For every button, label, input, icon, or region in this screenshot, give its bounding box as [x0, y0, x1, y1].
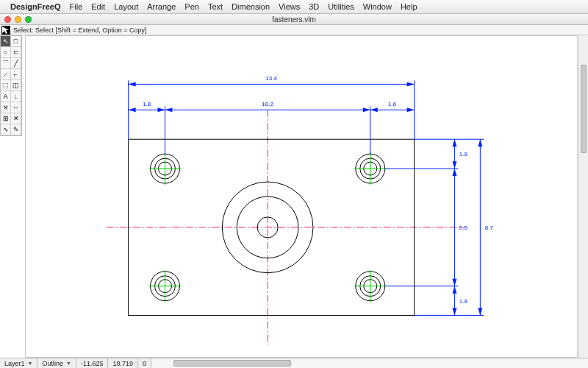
menu-pen[interactable]: Pen	[184, 2, 199, 11]
menu-file[interactable]: File	[69, 2, 82, 11]
window-titlebar[interactable]: fasteners.vlm	[0, 13, 588, 25]
cursor-icon	[1, 26, 10, 35]
tool-spline[interactable]: ∿	[1, 124, 11, 135]
tool-offset[interactable]: ⬚	[1, 80, 11, 91]
tool-move[interactable]: ⤧	[1, 102, 11, 113]
drawing-canvas[interactable]: 13.4 1.8 10.2 1.6 8.7 5.5 1.8 1.8	[25, 35, 578, 358]
tool-perp[interactable]: ⟂	[11, 91, 21, 102]
menu-window[interactable]: Window	[363, 2, 392, 11]
vscroll-thumb[interactable]	[581, 65, 587, 153]
hole-tr	[354, 152, 387, 185]
tool-hint-bar: Select: Select [Shift = Extend, Option =…	[0, 25, 588, 35]
tool-pencil[interactable]: ✎	[11, 124, 21, 135]
coord-x: -11.625	[76, 358, 109, 368]
menu-arrange[interactable]: Arrange	[147, 2, 176, 11]
menu-3d[interactable]: 3D	[309, 2, 319, 11]
dim-top-left: 1.8	[143, 101, 151, 107]
dim-top-right: 1.6	[388, 101, 397, 107]
menu-app[interactable]: DesignFreeQ	[10, 2, 60, 11]
menu-layout[interactable]: Layout	[114, 2, 138, 11]
layer-dropdown[interactable]: Layer1	[0, 358, 37, 368]
tool-rect[interactable]: □	[11, 36, 21, 47]
tool-mirror[interactable]: ↔	[11, 102, 21, 113]
tool-curve[interactable]: ⌒	[1, 58, 11, 69]
document-title: fasteners.vlm	[0, 15, 588, 24]
menu-views[interactable]: Views	[279, 2, 300, 11]
hscroll-thumb[interactable]	[173, 360, 291, 367]
menu-utilities[interactable]: Utilities	[328, 2, 354, 11]
tool-grid[interactable]: ⊞	[1, 113, 11, 124]
workspace: ↖ □ ○ ⊂ ⌒ ╱ ⟋ ⌐ ⬚ ◫ A ⟂ ⤧ ↔ ⊞ ✕ ∿ ✎	[0, 35, 588, 358]
menu-text[interactable]: Text	[208, 2, 223, 11]
menubar: DesignFreeQ File Edit Layout Arrange Pen…	[0, 0, 588, 13]
horizontal-scrollbar[interactable]	[151, 358, 588, 368]
dim-right-gap-bot: 1.8	[459, 298, 468, 305]
coord-extra: 0	[138, 358, 151, 368]
tool-pattern[interactable]: ◫	[11, 80, 21, 91]
style-dropdown[interactable]: Outline	[37, 358, 76, 368]
dim-right-total: 8.7	[485, 224, 494, 231]
menu-edit[interactable]: Edit	[91, 2, 105, 11]
coord-y: 10.719	[108, 358, 138, 368]
tool-line[interactable]: ╱	[11, 58, 21, 69]
dim-right-mid: 5.5	[459, 224, 468, 231]
menu-dimension[interactable]: Dimension	[232, 2, 270, 11]
tool-polyline[interactable]: ⟋	[1, 69, 11, 80]
tool-hint-text: Select: Select [Shift = Extend, Option =…	[13, 26, 147, 34]
tool-arc[interactable]: ⊂	[11, 47, 21, 58]
dim-right-gap-top: 1.8	[459, 151, 468, 158]
cad-drawing: 13.4 1.8 10.2 1.6 8.7 5.5 1.8 1.8	[26, 36, 577, 357]
dim-top-mid: 10.2	[262, 101, 273, 107]
hole-tl	[149, 152, 182, 185]
tool-corner[interactable]: ⌐	[11, 69, 21, 80]
hole-bl	[149, 270, 182, 302]
tool-select[interactable]: ↖	[1, 36, 11, 47]
dim-top-total: 13.4	[265, 75, 277, 82]
status-bar: Layer1 Outline -11.625 10.719 0	[0, 358, 588, 368]
tool-text[interactable]: A	[1, 91, 11, 102]
vertical-scrollbar[interactable]	[578, 35, 588, 358]
menu-help[interactable]: Help	[401, 2, 417, 11]
tool-circle[interactable]: ○	[1, 47, 11, 58]
tool-trim[interactable]: ✕	[11, 113, 21, 124]
hole-br	[354, 270, 387, 302]
tool-palette: ↖ □ ○ ⊂ ⌒ ╱ ⟋ ⌐ ⬚ ◫ A ⟂ ⤧ ↔ ⊞ ✕ ∿ ✎	[0, 35, 22, 136]
